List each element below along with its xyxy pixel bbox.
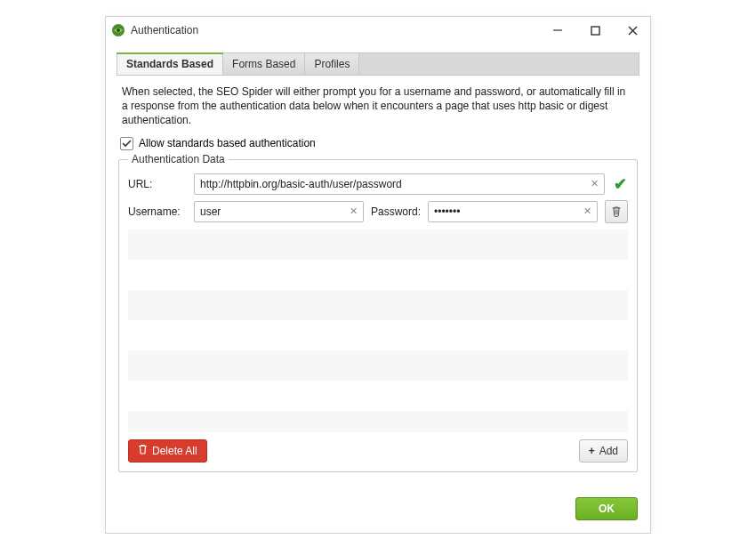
username-label: Username:: [128, 205, 187, 218]
allow-label: Allow standards based authentication: [139, 137, 316, 149]
url-row: URL: http://httpbin.org/basic-auth/user/…: [128, 171, 628, 197]
svg-point-1: [117, 28, 120, 32]
confirm-check-icon[interactable]: ✔: [612, 174, 628, 194]
username-value: user: [200, 205, 344, 218]
credentials-row: Username: user ✕ Password: ••••••• ✕: [128, 197, 628, 226]
add-button[interactable]: + Add: [579, 439, 628, 463]
allow-checkbox[interactable]: [120, 137, 133, 150]
ok-button[interactable]: OK: [575, 497, 638, 520]
auth-rows: URL: http://httpbin.org/basic-auth/user/…: [128, 171, 628, 432]
clear-password-icon[interactable]: ✕: [583, 205, 591, 217]
tab-standards-based[interactable]: Standards Based: [117, 53, 223, 75]
password-label: Password:: [371, 205, 421, 218]
username-field[interactable]: user ✕: [194, 201, 364, 222]
trash-icon: [138, 444, 148, 457]
add-label: Add: [599, 445, 618, 457]
url-value: http://httpbin.org/basic-auth/user/passw…: [200, 178, 585, 190]
plus-icon: +: [589, 445, 595, 457]
empty-rows-area: [128, 229, 628, 432]
app-icon: [111, 23, 125, 37]
fieldset-legend: Authentication Data: [128, 153, 229, 165]
titlebar: Authentication: [106, 17, 650, 44]
description-text: When selected, the SEO Spider will eithe…: [117, 76, 639, 137]
maximize-button[interactable]: [584, 20, 606, 41]
close-button[interactable]: [622, 20, 643, 41]
content-area: Standards Based Forms Based Profiles Whe…: [106, 44, 650, 472]
delete-all-button[interactable]: Delete All: [128, 439, 207, 463]
url-field[interactable]: http://httpbin.org/basic-auth/user/passw…: [194, 173, 605, 195]
fieldset-footer: Delete All + Add: [128, 432, 628, 463]
delete-row-button[interactable]: [605, 200, 628, 223]
clear-username-icon[interactable]: ✕: [350, 205, 358, 217]
url-label: URL:: [128, 178, 187, 190]
window-title: Authentication: [131, 24, 547, 36]
delete-all-label: Delete All: [152, 445, 197, 457]
minimize-button[interactable]: [547, 20, 568, 41]
svg-rect-3: [591, 27, 599, 35]
tab-profiles[interactable]: Profiles: [305, 53, 359, 75]
tab-forms-based[interactable]: Forms Based: [223, 53, 305, 75]
dialog-window: Authentication Standards Based Forms Bas…: [105, 16, 651, 534]
clear-url-icon[interactable]: ✕: [591, 178, 599, 189]
auth-data-fieldset: Authentication Data URL: http://httpbin.…: [118, 159, 638, 472]
password-value: •••••••: [434, 205, 578, 218]
tab-strip: Standards Based Forms Based Profiles: [117, 52, 639, 76]
password-field[interactable]: ••••••• ✕: [428, 201, 598, 222]
dialog-footer: OK: [106, 479, 650, 533]
window-controls: [547, 20, 643, 41]
ok-label: OK: [599, 503, 615, 515]
